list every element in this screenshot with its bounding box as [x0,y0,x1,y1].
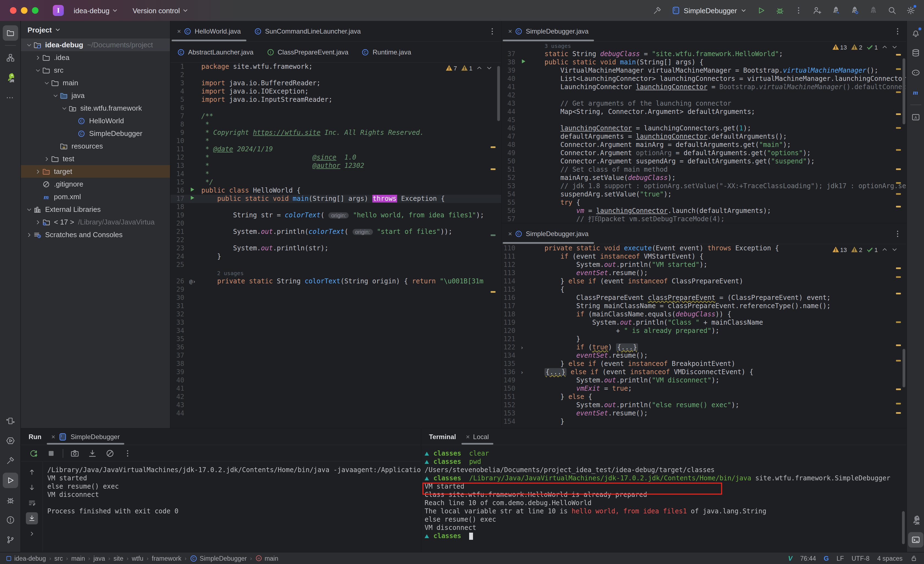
code-line[interactable]: 52 mainArg.setValue(debugClass); [502,174,906,182]
close-button[interactable] [10,7,16,14]
next-occurrence-button[interactable] [26,481,38,493]
more-tools[interactable]: ⋯ [3,90,18,105]
project-switcher[interactable]: idea-debug [69,4,123,17]
run-panel-title[interactable]: Run [28,433,42,441]
run-console-output[interactable]: /Library/Java/JavaVirtualMachines/jdk-17… [43,462,421,552]
code-line[interactable]: 30 [171,294,501,302]
run-line-icon[interactable] [189,186,197,195]
more-options-button[interactable] [122,447,134,459]
ai-assistant[interactable] [908,65,923,80]
tree-toggle-icon[interactable] [43,155,51,162]
code-line[interactable]: 39 VirtualMachineManager virtualMachineM… [502,66,906,75]
tree-toggle-icon[interactable] [34,219,42,225]
code-line[interactable]: 24 } [171,253,501,261]
code-line[interactable]: 113 eventSet.resume(); [502,269,906,277]
soft-wrap-button[interactable] [26,497,38,509]
code-line[interactable]: 41 [171,385,501,393]
close-icon[interactable]: × [508,230,512,238]
code-line[interactable]: 56 vm = launchingConnector.launch(defaul… [502,207,906,215]
code-line[interactable]: 34 [171,327,501,335]
editor-tab-abstractlauncher-java[interactable]: CAbstractLauncher.java [171,42,260,62]
code-line[interactable]: 25 [171,261,501,269]
translation-tool[interactable]: A [908,110,923,125]
code-line[interactable]: 32 [171,310,501,319]
code-line[interactable]: 29 [171,286,501,294]
code-line[interactable]: 54 suspendArg.setValue("true"); [502,190,906,199]
next-problem-icon[interactable] [891,44,898,50]
code-line[interactable]: 36 [171,343,501,352]
close-icon[interactable]: × [508,27,512,35]
breadcrumb-main[interactable]: main [71,555,85,561]
editor-tab-simpledebugger-java[interactable]: ×CSimpleDebugger.java [502,223,595,244]
tab-options-icon[interactable] [893,229,902,238]
maximize-button[interactable] [32,7,39,14]
code-line[interactable]: 40 [171,376,501,385]
structure-tool[interactable] [3,50,18,65]
code-line[interactable]: 121 } [502,335,906,343]
gutter[interactable]: @› [189,277,197,286]
code-line[interactable]: 14 * [171,170,501,178]
code-line[interactable]: 20 [171,220,501,228]
expand-all-button[interactable] [26,528,38,540]
indent-setting[interactable]: 4 spaces [877,555,903,561]
inspections-widget[interactable]: 71 [446,65,492,72]
editor-tab-helloworld-java[interactable]: ×CHelloWorld.java [171,21,248,41]
services-tool[interactable] [3,413,18,429]
code-line[interactable]: 39 [171,368,501,376]
code-line[interactable]: 120 + " is already prepared"); [502,327,906,335]
breadcrumb-site[interactable]: site [114,555,123,561]
code-line[interactable]: 21 System.out.println(colorText( origin:… [171,228,501,236]
code-line[interactable]: 116 ClassPrepareEvent classPrepareEvent … [502,294,906,302]
terminal-tab-local[interactable]: × Local [460,429,494,445]
code-line[interactable]: 151 } else { [502,393,906,401]
terminal-panel-title[interactable]: Terminal [429,433,456,441]
tree-toggle-icon[interactable] [34,54,42,61]
jrebel-gray[interactable]: JR [908,512,923,528]
code-line[interactable]: 119 System.out.println("Class " + mainCl… [502,319,906,327]
tree-item-helloworld[interactable]: CHelloWorld [21,114,170,127]
code-line[interactable]: 31 [171,302,501,310]
code-line[interactable]: 118 if (mainClassName.equals(debugClass)… [502,310,906,319]
code-line[interactable]: 41 LaunchingConnector launchingConnector… [502,83,906,91]
code-line[interactable]: 42 [171,393,501,401]
code-line[interactable]: 43 // Get arguments of the launching con… [502,99,906,108]
next-problem-icon[interactable] [891,247,898,253]
code-line[interactable]: 6 [171,104,501,112]
debug-tool[interactable] [3,492,18,508]
code-line[interactable]: 57 // 打印packet vm.setDebugTraceMode(4); [502,215,906,223]
breadcrumb-idea-debug[interactable]: idea-debug [6,555,46,561]
editor-tab-simpledebugger-java[interactable]: ×CSimpleDebugger.java [502,21,595,41]
code-line[interactable]: 134 eventSet.resume(); [502,352,906,360]
code-line[interactable]: 12 * @since 1.0 [171,153,501,162]
code-line[interactable]: 153 eventSet.resume(); [502,409,906,418]
code-line[interactable]: 15 */ [171,178,501,186]
inspections-widget[interactable]: 1321 [832,44,898,51]
code-line[interactable]: 19 String str = colorText( origin: "hell… [171,211,501,220]
code-line[interactable]: 135 } else if (event instanceof Breakpoi… [502,360,906,368]
code-line[interactable]: 33 [171,319,501,327]
file-encoding[interactable]: UTF-8 [852,555,870,561]
tree-toggle-icon[interactable] [25,232,33,238]
inspections-widget[interactable]: 1321 [832,246,898,253]
tree-item-target[interactable]: target [21,165,170,178]
tree-toggle-icon[interactable] [25,206,33,213]
editor-scrollbar[interactable] [903,58,905,124]
code-line[interactable]: 22 [171,236,501,244]
code-line[interactable]: 114 } else if (event instanceof ClassPre… [502,277,906,286]
profile-debug[interactable] [847,3,862,18]
vcs-menu[interactable]: Version control [128,4,193,17]
code-line[interactable]: 38 [171,360,501,368]
dump-threads-button[interactable] [86,447,99,459]
prev-problem-icon[interactable] [882,247,888,253]
tree-item--gitignore[interactable]: .gitignore [21,178,170,190]
code-line[interactable]: 16public class HelloWorld { [171,186,501,195]
maven-tool[interactable]: m [908,85,923,100]
code-line[interactable]: 35 [171,335,501,343]
run-button[interactable] [753,3,769,18]
stop-button[interactable] [45,447,57,459]
terminal-tool[interactable] [908,532,923,547]
build-tool[interactable] [3,453,18,468]
scroll-to-end-button[interactable] [26,512,38,524]
project-tool[interactable] [3,25,18,41]
editor-scrollbar[interactable] [497,66,500,121]
